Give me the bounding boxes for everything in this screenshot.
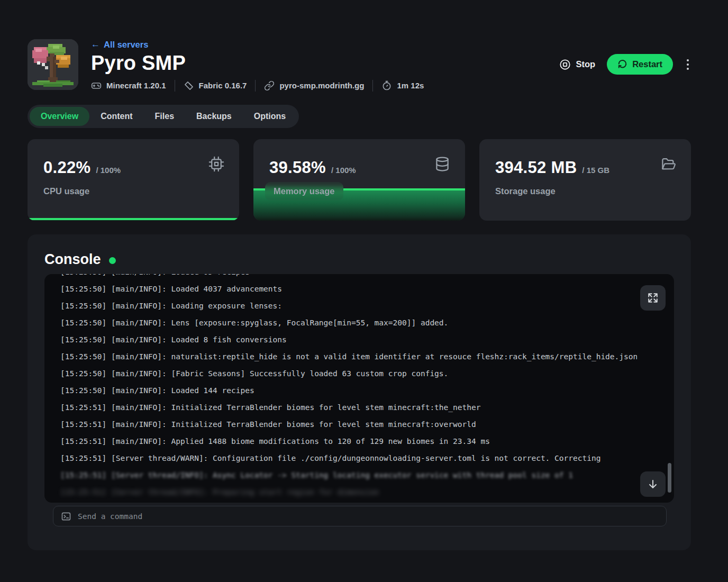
stop-icon: [559, 59, 571, 70]
stop-label: Stop: [576, 59, 595, 69]
console-scrollbar[interactable]: [668, 463, 671, 493]
expand-console-button[interactable]: [640, 285, 666, 311]
cpu-usage-value: 0.22%: [43, 158, 90, 177]
console-log-line: [15:25:50] [main/INFO]: Loaded 8 fish co…: [60, 331, 637, 348]
terminal-icon: [61, 511, 71, 522]
expand-icon: [647, 292, 659, 304]
stopwatch-icon: [381, 80, 392, 91]
tab-content[interactable]: Content: [89, 107, 143, 126]
memory-usage-label: Memory usage: [265, 182, 343, 201]
tab-overview[interactable]: Overview: [30, 107, 89, 126]
more-options-button[interactable]: [685, 56, 691, 73]
meta-label: pyro-smp.modrinth.gg: [279, 81, 364, 90]
cpu-usage-limit: / 100%: [96, 166, 121, 175]
console-log-line: [15:25:50] [main/INFO]: Loading exposure…: [60, 297, 637, 314]
all-servers-link[interactable]: ← All servers: [91, 39, 148, 50]
divider: [175, 80, 175, 92]
meta-label: Fabric 0.16.7: [199, 81, 247, 90]
console-log-line: [15:25:51] [Server thread/INFO]: Prepari…: [60, 484, 637, 501]
link-icon: [264, 80, 275, 91]
storage-usage-card: 394.52 MB / 15 GB Storage usage: [479, 139, 691, 221]
meta-label: Minecraft 1.20.1: [106, 81, 166, 90]
storage-usage-limit: / 15 GB: [582, 166, 609, 175]
console-log-line: [15:25:51] [main/INFO]: Applied 1488 bio…: [60, 433, 637, 450]
meta-uptime: 1m 12s: [381, 80, 424, 91]
command-placeholder: Send a command: [78, 512, 142, 521]
restart-icon: [617, 59, 627, 69]
arrow-down-icon: [647, 478, 659, 490]
all-servers-label: All servers: [104, 40, 148, 50]
tab-options[interactable]: Options: [243, 107, 297, 126]
tab-backups[interactable]: Backups: [185, 107, 243, 126]
meta-game-version: Minecraft 1.20.1: [91, 80, 166, 91]
restart-button[interactable]: Restart: [607, 54, 673, 75]
stats-row: 0.22% / 100% CPU usage 39.58% / 100% Mem…: [28, 139, 691, 221]
memory-usage-limit: / 100%: [331, 166, 356, 175]
online-status-dot: [109, 257, 116, 264]
console-log-line: [15:25:50] [main/INFO]: Loaded 144 recip…: [60, 382, 637, 399]
restart-label: Restart: [632, 59, 662, 69]
server-actions: Stop Restart: [559, 54, 691, 75]
memory-usage-value: 39.58%: [269, 158, 326, 177]
tab-files[interactable]: Files: [144, 107, 185, 126]
console-log-line: [15:25:50] [main/INFO]: Loaded 4037 adva…: [60, 280, 637, 297]
console-log-line: [15:25:51] [Server thread/INFO]: Async L…: [60, 467, 637, 484]
console-log-line: [15:25:51] [Server thread/WARN]: Configu…: [60, 450, 637, 467]
server-header: ← All servers Pyro SMP Minecraft 1.20.1 …: [28, 39, 691, 92]
command-input[interactable]: Send a command: [53, 506, 667, 526]
console-log-line: [15:25:51] [main/INFO]: Initialized Terr…: [60, 416, 637, 433]
console-log-line: [15:25:50] [main/INFO]: naturalist:repti…: [60, 348, 637, 365]
server-meta-row: Minecraft 1.20.1 Fabric 0.16.7 pyro-smp.…: [91, 80, 424, 92]
back-arrow-icon: ←: [91, 39, 100, 50]
meta-label: 1m 12s: [397, 81, 424, 90]
console-card: Console [15:25:50] [main/INFO]: Loaded 6…: [28, 234, 691, 550]
cpu-usage-label: CPU usage: [43, 186, 89, 196]
storage-usage-value: 394.52 MB: [495, 158, 577, 177]
cpu-usage-card: 0.22% / 100% CPU usage: [28, 139, 239, 221]
console-log-line: [15:25:50] [main/INFO]: [Fabric Seasons]…: [60, 365, 637, 382]
server-tabbar: Overview Content Files Backups Options: [28, 105, 299, 128]
folder-icon: [660, 156, 676, 174]
divider: [372, 80, 373, 92]
memory-usage-card: 39.58% / 100% Memory usage: [253, 139, 465, 221]
tree-pixel-art: [28, 39, 78, 90]
console-output[interactable]: [15:25:50] [main/INFO]: Loaded 65 recipe…: [44, 274, 674, 503]
gamepad-icon: [91, 80, 102, 91]
database-icon: [434, 156, 450, 174]
divider: [255, 80, 256, 92]
console-log-line: [15:25:51] [main/INFO]: Initialized Terr…: [60, 399, 637, 416]
console-log-line: [15:25:50] [main/INFO]: Lens [exposure:s…: [60, 314, 637, 331]
console-title: Console: [44, 251, 101, 268]
loader-icon: [184, 80, 194, 91]
storage-usage-label: Storage usage: [495, 186, 556, 196]
server-avatar: [28, 39, 78, 90]
console-log: [15:25:50] [main/INFO]: Loaded 65 recipe…: [60, 274, 637, 501]
cpu-icon: [208, 156, 224, 174]
stop-button[interactable]: Stop: [559, 59, 595, 70]
meta-loader: Fabric 0.16.7: [184, 80, 247, 91]
console-log-line: [15:25:50] [main/INFO]: Loaded 65 recipe…: [60, 274, 637, 280]
meta-domain[interactable]: pyro-smp.modrinth.gg: [264, 80, 364, 91]
scroll-to-bottom-button[interactable]: [640, 471, 666, 497]
cpu-usage-fill: [28, 218, 239, 221]
server-page: ← All servers Pyro SMP Minecraft 1.20.1 …: [0, 0, 728, 582]
page-title: Pyro SMP: [91, 52, 424, 75]
